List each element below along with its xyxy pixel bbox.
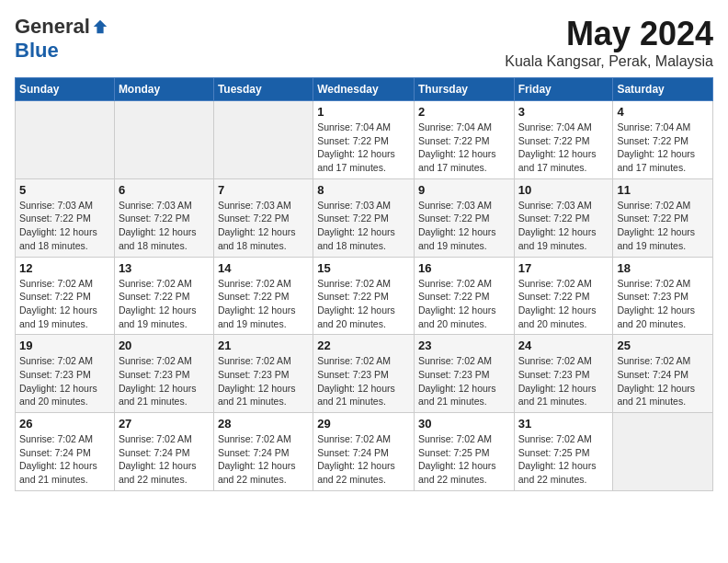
day-info: Sunrise: 7:04 AMSunset: 7:22 PMDaylight:… — [317, 121, 410, 175]
day-info: Sunrise: 7:02 AMSunset: 7:23 PMDaylight:… — [119, 354, 210, 408]
calendar-cell: 21Sunrise: 7:02 AMSunset: 7:23 PMDayligh… — [213, 335, 313, 413]
day-info: Sunrise: 7:02 AMSunset: 7:22 PMDaylight:… — [617, 199, 709, 253]
logo: General Blue — [15, 15, 108, 63]
day-info: Sunrise: 7:02 AMSunset: 7:23 PMDaylight:… — [518, 354, 609, 408]
calendar-cell: 16Sunrise: 7:02 AMSunset: 7:22 PMDayligh… — [414, 257, 514, 335]
day-number: 31 — [518, 417, 609, 431]
calendar-cell: 6Sunrise: 7:03 AMSunset: 7:22 PMDaylight… — [114, 178, 213, 257]
day-info: Sunrise: 7:02 AMSunset: 7:22 PMDaylight:… — [218, 277, 309, 331]
page-header: General Blue May 2024 Kuala Kangsar, Per… — [15, 15, 713, 70]
calendar-cell: 28Sunrise: 7:02 AMSunset: 7:24 PMDayligh… — [213, 413, 313, 491]
day-number: 5 — [19, 183, 110, 197]
calendar-cell: 26Sunrise: 7:02 AMSunset: 7:24 PMDayligh… — [16, 413, 115, 491]
calendar-cell — [613, 413, 713, 491]
day-info: Sunrise: 7:02 AMSunset: 7:24 PMDaylight:… — [218, 432, 309, 487]
calendar-cell: 11Sunrise: 7:02 AMSunset: 7:22 PMDayligh… — [613, 178, 713, 257]
day-info: Sunrise: 7:03 AMSunset: 7:22 PMDaylight:… — [518, 199, 609, 253]
calendar-cell: 18Sunrise: 7:02 AMSunset: 7:23 PMDayligh… — [613, 257, 713, 335]
day-info: Sunrise: 7:02 AMSunset: 7:24 PMDaylight:… — [119, 432, 210, 487]
calendar-cell: 30Sunrise: 7:02 AMSunset: 7:25 PMDayligh… — [414, 413, 514, 491]
calendar-cell — [16, 101, 115, 179]
day-info: Sunrise: 7:04 AMSunset: 7:22 PMDaylight:… — [617, 121, 709, 175]
day-number: 11 — [617, 183, 709, 197]
calendar-cell: 19Sunrise: 7:02 AMSunset: 7:23 PMDayligh… — [16, 335, 115, 413]
logo-blue-text: Blue — [15, 39, 59, 62]
logo-general-text: General — [15, 15, 90, 39]
calendar-cell: 29Sunrise: 7:02 AMSunset: 7:24 PMDayligh… — [313, 413, 415, 491]
calendar-cell — [114, 101, 213, 179]
day-info: Sunrise: 7:02 AMSunset: 7:22 PMDaylight:… — [119, 277, 210, 331]
weekday-header-sunday: Sunday — [16, 78, 115, 101]
svg-marker-0 — [94, 20, 107, 33]
day-number: 18 — [617, 261, 709, 275]
weekday-header-wednesday: Wednesday — [313, 78, 415, 101]
day-info: Sunrise: 7:02 AMSunset: 7:25 PMDaylight:… — [418, 432, 510, 487]
day-info: Sunrise: 7:02 AMSunset: 7:22 PMDaylight:… — [19, 277, 110, 331]
calendar-cell: 2Sunrise: 7:04 AMSunset: 7:22 PMDaylight… — [414, 101, 514, 179]
day-number: 27 — [119, 417, 210, 431]
day-info: Sunrise: 7:02 AMSunset: 7:24 PMDaylight:… — [19, 432, 110, 487]
day-info: Sunrise: 7:03 AMSunset: 7:22 PMDaylight:… — [19, 199, 110, 253]
day-info: Sunrise: 7:03 AMSunset: 7:22 PMDaylight:… — [218, 199, 309, 253]
day-number: 4 — [617, 105, 709, 119]
day-number: 8 — [317, 183, 410, 197]
weekday-header-monday: Monday — [114, 78, 213, 101]
calendar-cell: 8Sunrise: 7:03 AMSunset: 7:22 PMDaylight… — [313, 178, 415, 257]
calendar-cell: 13Sunrise: 7:02 AMSunset: 7:22 PMDayligh… — [114, 257, 213, 335]
day-number: 13 — [119, 261, 210, 275]
calendar-cell: 12Sunrise: 7:02 AMSunset: 7:22 PMDayligh… — [16, 257, 115, 335]
day-info: Sunrise: 7:03 AMSunset: 7:22 PMDaylight:… — [418, 199, 510, 253]
day-number: 19 — [19, 339, 110, 352]
calendar-cell: 15Sunrise: 7:02 AMSunset: 7:22 PMDayligh… — [313, 257, 415, 335]
title-block: May 2024 Kuala Kangsar, Perak, Malaysia — [505, 15, 713, 70]
calendar-cell: 22Sunrise: 7:02 AMSunset: 7:23 PMDayligh… — [313, 335, 415, 413]
calendar-cell: 17Sunrise: 7:02 AMSunset: 7:22 PMDayligh… — [514, 257, 613, 335]
calendar-table: SundayMondayTuesdayWednesdayThursdayFrid… — [15, 77, 713, 491]
calendar-cell: 4Sunrise: 7:04 AMSunset: 7:22 PMDaylight… — [613, 101, 713, 179]
day-number: 25 — [617, 339, 709, 352]
calendar-cell: 24Sunrise: 7:02 AMSunset: 7:23 PMDayligh… — [514, 335, 613, 413]
calendar-cell: 20Sunrise: 7:02 AMSunset: 7:23 PMDayligh… — [114, 335, 213, 413]
day-number: 10 — [518, 183, 609, 197]
day-info: Sunrise: 7:02 AMSunset: 7:23 PMDaylight:… — [418, 354, 510, 408]
day-number: 3 — [518, 105, 609, 119]
day-number: 30 — [418, 417, 510, 431]
day-number: 22 — [317, 339, 410, 352]
day-info: Sunrise: 7:02 AMSunset: 7:24 PMDaylight:… — [317, 432, 410, 487]
day-info: Sunrise: 7:02 AMSunset: 7:22 PMDaylight:… — [317, 277, 410, 331]
day-info: Sunrise: 7:02 AMSunset: 7:22 PMDaylight:… — [418, 277, 510, 331]
calendar-cell: 10Sunrise: 7:03 AMSunset: 7:22 PMDayligh… — [514, 178, 613, 257]
day-number: 2 — [418, 105, 510, 119]
day-number: 14 — [218, 261, 309, 275]
day-number: 17 — [518, 261, 609, 275]
calendar-cell: 3Sunrise: 7:04 AMSunset: 7:22 PMDaylight… — [514, 101, 613, 179]
weekday-header-thursday: Thursday — [414, 78, 514, 101]
day-number: 26 — [19, 417, 110, 431]
calendar-cell: 25Sunrise: 7:02 AMSunset: 7:24 PMDayligh… — [613, 335, 713, 413]
day-info: Sunrise: 7:04 AMSunset: 7:22 PMDaylight:… — [418, 121, 510, 175]
day-number: 9 — [418, 183, 510, 197]
day-info: Sunrise: 7:02 AMSunset: 7:23 PMDaylight:… — [317, 354, 410, 408]
day-info: Sunrise: 7:02 AMSunset: 7:24 PMDaylight:… — [617, 354, 709, 408]
logo-icon — [92, 18, 108, 35]
day-number: 20 — [119, 339, 210, 352]
day-info: Sunrise: 7:04 AMSunset: 7:22 PMDaylight:… — [518, 121, 609, 175]
calendar-cell: 14Sunrise: 7:02 AMSunset: 7:22 PMDayligh… — [213, 257, 313, 335]
calendar-cell: 9Sunrise: 7:03 AMSunset: 7:22 PMDaylight… — [414, 178, 514, 257]
day-info: Sunrise: 7:02 AMSunset: 7:25 PMDaylight:… — [518, 432, 609, 487]
calendar-cell: 5Sunrise: 7:03 AMSunset: 7:22 PMDaylight… — [16, 178, 115, 257]
calendar-cell: 7Sunrise: 7:03 AMSunset: 7:22 PMDaylight… — [213, 178, 313, 257]
month-title: May 2024 — [505, 15, 713, 53]
day-number: 16 — [418, 261, 510, 275]
day-info: Sunrise: 7:02 AMSunset: 7:22 PMDaylight:… — [518, 277, 609, 331]
calendar-cell: 1Sunrise: 7:04 AMSunset: 7:22 PMDaylight… — [313, 101, 415, 179]
day-info: Sunrise: 7:02 AMSunset: 7:23 PMDaylight:… — [19, 354, 110, 408]
day-number: 6 — [119, 183, 210, 197]
day-number: 7 — [218, 183, 309, 197]
calendar-cell: 23Sunrise: 7:02 AMSunset: 7:23 PMDayligh… — [414, 335, 514, 413]
day-number: 1 — [317, 105, 410, 119]
day-number: 12 — [19, 261, 110, 275]
weekday-header-friday: Friday — [514, 78, 613, 101]
weekday-header-tuesday: Tuesday — [213, 78, 313, 101]
day-number: 23 — [418, 339, 510, 352]
